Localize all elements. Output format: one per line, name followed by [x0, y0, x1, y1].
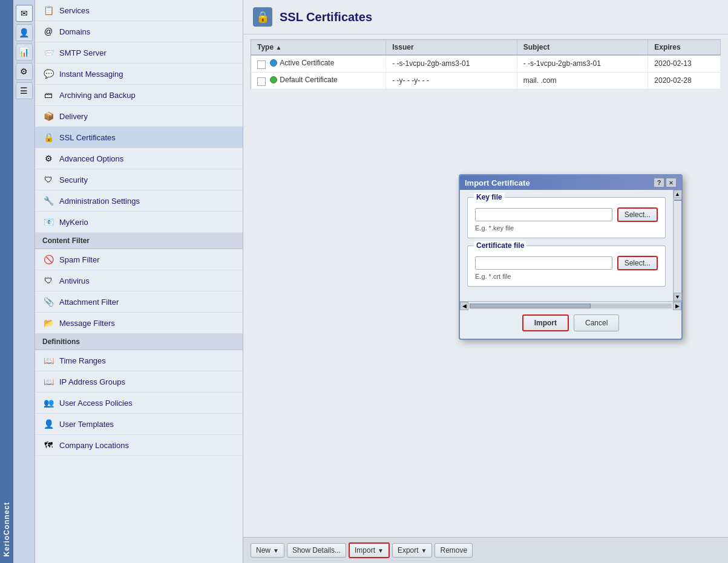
modal-h-scrollbar[interactable]: ◀ ▶ — [460, 301, 681, 310]
sidebar-item-services[interactable]: 📋 Services — [35, 0, 243, 21]
sidebar-item-message-filters[interactable]: 📂 Message Filters — [35, 313, 243, 334]
sidebar-label-time-ranges: Time Ranges — [59, 356, 106, 365]
sidebar-item-company-locations[interactable]: 🗺 Company Locations — [35, 435, 243, 456]
table-row[interactable]: Default Certificate - -y- - -y- - - mail… — [251, 72, 721, 89]
sidebar-label-im: Instant Messaging — [59, 70, 123, 79]
services-icon: 📋 — [42, 4, 54, 16]
modal-close-button[interactable]: × — [666, 178, 677, 187]
ssl-icon: 🔒 — [42, 131, 54, 143]
nav-icon-mail[interactable]: ✉ — [16, 5, 33, 22]
sidebar-item-instant-messaging[interactable]: 💬 Instant Messaging — [35, 63, 243, 85]
key-file-title: Key file — [474, 193, 505, 201]
sidebar-item-admin-settings[interactable]: 🔧 Administration Settings — [35, 190, 243, 212]
col-subject[interactable]: Subject — [517, 40, 648, 56]
sidebar-item-ssl-certificates[interactable]: 🔒 SSL Certificates — [35, 127, 243, 148]
sidebar-label-user-templates: User Templates — [59, 420, 114, 429]
sidebar-item-time-ranges[interactable]: 📖 Time Ranges — [35, 350, 243, 371]
modal-cancel-button[interactable]: Cancel — [574, 314, 619, 331]
user-templates-icon: 👤 — [42, 418, 54, 430]
sidebar-item-antivirus[interactable]: 🛡 Antivirus — [35, 270, 243, 291]
nav-icon-chart[interactable]: 📊 — [16, 44, 33, 60]
time-ranges-icon: 📖 — [42, 354, 54, 366]
security-icon: 🛡 — [42, 174, 54, 186]
nav-icon-menu[interactable]: ☰ — [16, 82, 33, 99]
sidebar-item-advanced-options[interactable]: ⚙ Advanced Options — [35, 148, 243, 169]
hscroll-right-arrow[interactable]: ▶ — [673, 302, 681, 310]
antivirus-icon: 🛡 — [42, 275, 54, 287]
modal-titlebar: Import Certificate ? × — [460, 175, 681, 190]
sidebar-label-attachment: Attachment Filter — [59, 298, 119, 307]
export-dropdown-arrow: ▼ — [421, 547, 427, 554]
spam-icon: 🚫 — [42, 253, 54, 265]
key-file-select-button[interactable]: Select... — [617, 207, 658, 222]
import-button[interactable]: Import ▼ — [349, 542, 390, 558]
cert-file-input[interactable] — [475, 256, 612, 270]
sidebar-label-domains: Domains — [59, 27, 90, 36]
sidebar-label-smtp: SMTP Server — [59, 48, 107, 57]
brand-strip: KerioConnect — [0, 0, 13, 563]
company-locations-icon: 🗺 — [42, 439, 54, 451]
sidebar-label-ssl: SSL Certificates — [59, 133, 116, 142]
sidebar-label-user-access: User Access Policies — [59, 399, 133, 408]
sidebar-item-ip-address-groups[interactable]: 📖 IP Address Groups — [35, 371, 243, 392]
scrollbar-track — [674, 198, 681, 293]
hscroll-thumb[interactable] — [470, 304, 591, 308]
show-details-button[interactable]: Show Details... — [287, 543, 346, 558]
cell-expires-0: 2020-02-13 — [648, 55, 721, 72]
table-row[interactable]: Active Certificate - -s-1vcpu-2gb-ams3-0… — [251, 55, 721, 72]
col-type[interactable]: Type ▲ — [251, 40, 386, 56]
hscroll-left-arrow[interactable]: ◀ — [460, 302, 468, 310]
row-checkbox-1[interactable] — [257, 77, 266, 86]
cert-file-row: Select... — [475, 256, 658, 270]
sidebar-item-domains[interactable]: @ Domains — [35, 21, 243, 42]
sidebar-item-smtp-server[interactable]: 📨 SMTP Server — [35, 42, 243, 63]
mykerio-icon: 📧 — [42, 216, 54, 228]
modal-scrollbar[interactable]: ▲ ▼ — [673, 190, 681, 301]
sidebar-item-security[interactable]: 🛡 Security — [35, 169, 243, 190]
sidebar-item-delivery[interactable]: 📦 Delivery — [35, 106, 243, 127]
cell-subject-1: mail. .com — [517, 72, 648, 89]
col-issuer[interactable]: Issuer — [386, 40, 517, 56]
col-expires[interactable]: Expires — [648, 40, 721, 56]
modal-help-button[interactable]: ? — [654, 178, 664, 187]
brand-label: KerioConnect — [2, 502, 11, 557]
sidebar-item-user-templates[interactable]: 👤 User Templates — [35, 414, 243, 435]
cell-type-1: Default Certificate — [251, 72, 386, 89]
smtp-icon: 📨 — [42, 47, 54, 59]
nav-icon-user[interactable]: 👤 — [16, 24, 33, 41]
sidebar-item-attachment-filter[interactable]: 📎 Attachment Filter — [35, 291, 243, 313]
sidebar-item-spam-filter[interactable]: 🚫 Spam Filter — [35, 249, 243, 270]
sidebar-label-company-locations: Company Locations — [59, 441, 129, 450]
sidebar-item-mykerio[interactable]: 📧 MyKerio — [35, 212, 243, 233]
sidebar-item-user-access-policies[interactable]: 👥 User Access Policies — [35, 392, 243, 414]
sidebar-item-archiving[interactable]: 🗃 Archiving and Backup — [35, 85, 243, 106]
nav-icon-settings[interactable]: ⚙ — [16, 63, 33, 80]
modal-import-button[interactable]: Import — [522, 314, 569, 331]
attachment-icon: 📎 — [42, 296, 54, 308]
key-file-input[interactable] — [475, 208, 612, 221]
modal-content-area: Key file Select... E.g. *.key file Certi… — [460, 190, 681, 301]
status-dot-active — [270, 59, 277, 67]
modal-footer: Import Cancel — [460, 310, 681, 339]
sidebar-label-admin: Administration Settings — [59, 197, 140, 206]
export-button[interactable]: Export ▼ — [392, 543, 433, 558]
sidebar-label-security: Security — [59, 175, 88, 184]
scrollbar-down-arrow[interactable]: ▼ — [674, 293, 682, 301]
scrollbar-thumb[interactable] — [674, 200, 681, 201]
content-filter-header: Content Filter — [35, 233, 243, 249]
sidebar-label-ip-groups: IP Address Groups — [59, 377, 125, 386]
page-header-icon: 🔒 — [253, 7, 272, 27]
scrollbar-up-arrow[interactable]: ▲ — [674, 190, 682, 198]
new-dropdown-arrow: ▼ — [273, 547, 279, 554]
import-dropdown-arrow: ▼ — [378, 547, 384, 554]
new-button[interactable]: New ▼ — [251, 543, 284, 558]
row-checkbox-0[interactable] — [257, 60, 266, 69]
remove-button[interactable]: Remove — [435, 543, 473, 558]
sidebar-label-services: Services — [59, 6, 90, 15]
status-dot-default — [270, 76, 277, 83]
cert-file-title: Certificate file — [474, 241, 526, 250]
ip-groups-icon: 📖 — [42, 376, 54, 388]
sidebar-label-archiving: Archiving and Backup — [59, 91, 136, 100]
icon-strip: ✉ 👤 📊 ⚙ ☰ — [13, 0, 35, 563]
cert-file-select-button[interactable]: Select... — [617, 256, 658, 270]
